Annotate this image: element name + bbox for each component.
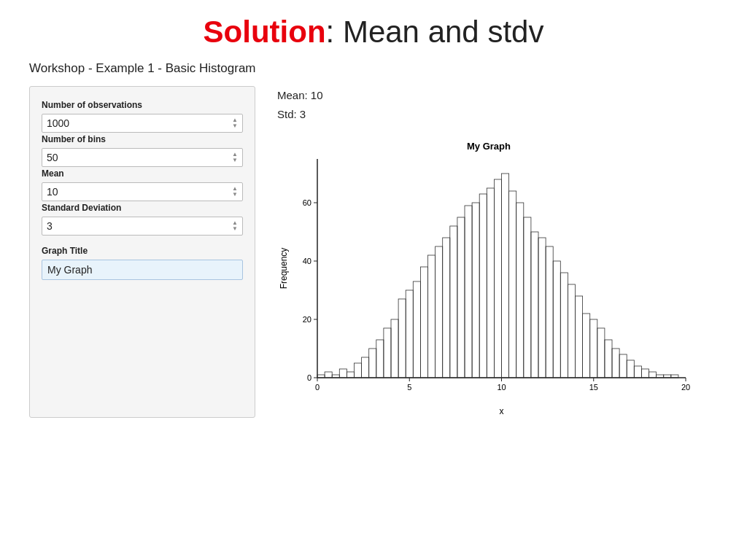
title-rest: : Mean and stdv	[326, 15, 544, 49]
chart-area: My Graph020406005101520xFrequency	[277, 133, 700, 418]
right-section: Mean: 10 Std: 3 My Graph020406005101520x…	[277, 86, 718, 418]
field-label-3: Standard Deviation	[42, 203, 243, 213]
svg-rect-44	[494, 179, 501, 378]
svg-rect-39	[457, 217, 465, 378]
svg-rect-53	[560, 273, 568, 378]
svg-text:0: 0	[315, 383, 320, 392]
svg-rect-37	[443, 238, 450, 378]
svg-text:20: 20	[681, 383, 690, 392]
svg-rect-27	[369, 349, 376, 378]
svg-rect-24	[347, 372, 354, 378]
svg-rect-55	[576, 296, 583, 378]
svg-text:60: 60	[303, 198, 311, 207]
spinner-down-0[interactable]: ▼	[232, 123, 238, 129]
spinner-1: ▲ ▼	[232, 152, 238, 163]
svg-rect-40	[465, 206, 472, 378]
svg-rect-51	[546, 246, 553, 378]
main-layout: Number of observations ▲ ▼ Number of bin…	[29, 86, 718, 418]
svg-rect-30	[391, 319, 398, 378]
svg-rect-47	[516, 203, 524, 378]
svg-rect-50	[538, 238, 546, 378]
title-solution: Solution	[204, 15, 326, 49]
svg-text:0: 0	[307, 373, 311, 382]
svg-rect-56	[583, 314, 590, 378]
svg-rect-63	[634, 366, 641, 378]
svg-rect-42	[479, 194, 487, 378]
svg-rect-49	[531, 232, 538, 378]
svg-text:5: 5	[407, 383, 411, 392]
field-group-2: Mean ▲ ▼	[42, 168, 243, 201]
svg-rect-65	[649, 372, 657, 378]
svg-rect-32	[406, 290, 413, 378]
control-panel: Number of observations ▲ ▼ Number of bin…	[29, 86, 255, 418]
svg-rect-46	[509, 191, 516, 378]
field-input-3[interactable]	[47, 220, 228, 232]
graph-title-label: Graph Title	[42, 246, 243, 256]
svg-rect-48	[524, 217, 531, 378]
svg-rect-38	[450, 226, 457, 378]
std-stat: Std: 3	[277, 105, 718, 124]
svg-text:40: 40	[303, 257, 311, 265]
field-input-2[interactable]	[47, 186, 228, 198]
field-input-1[interactable]	[47, 152, 228, 163]
svg-rect-52	[553, 261, 560, 378]
subtitle: Workshop - Example 1 - Basic Histogram	[29, 61, 718, 76]
spinner-3: ▲ ▼	[232, 220, 238, 232]
svg-rect-45	[502, 174, 509, 378]
svg-rect-41	[472, 203, 479, 378]
field-group-3: Standard Deviation ▲ ▼	[42, 203, 243, 236]
field-label-1: Number of bins	[42, 134, 243, 144]
svg-rect-64	[641, 369, 649, 378]
field-input-0[interactable]	[47, 117, 228, 129]
svg-rect-29	[384, 328, 391, 378]
svg-rect-59	[605, 340, 612, 378]
input-row-1: ▲ ▼	[42, 148, 243, 167]
spinner-down-1[interactable]: ▼	[232, 158, 238, 163]
svg-text:10: 10	[497, 383, 506, 392]
svg-rect-28	[376, 340, 384, 378]
graph-title-input[interactable]	[42, 260, 243, 280]
chart-title: My Graph	[467, 141, 511, 152]
svg-rect-54	[568, 284, 575, 378]
svg-rect-21	[325, 372, 332, 378]
input-row-3: ▲ ▼	[42, 217, 243, 236]
y-axis-label: Frequency	[279, 248, 289, 289]
svg-rect-34	[420, 267, 427, 378]
svg-rect-23	[339, 369, 347, 378]
field-group-1: Number of bins ▲ ▼	[42, 134, 243, 167]
svg-text:20: 20	[303, 315, 311, 324]
fields-container: Number of observations ▲ ▼ Number of bin…	[42, 100, 243, 236]
x-axis-label: x	[500, 406, 504, 416]
spinner-down-3[interactable]: ▼	[232, 226, 238, 232]
page: Solution: Mean and stdv Workshop - Examp…	[0, 0, 747, 432]
svg-rect-57	[590, 319, 597, 378]
svg-rect-26	[362, 357, 369, 378]
input-row-0: ▲ ▼	[42, 114, 243, 133]
svg-rect-43	[487, 188, 494, 378]
field-group-0: Number of observations ▲ ▼	[42, 100, 243, 133]
spinner-0: ▲ ▼	[232, 117, 238, 129]
spinner-2: ▲ ▼	[232, 186, 238, 198]
spinner-down-2[interactable]: ▼	[232, 192, 238, 198]
svg-rect-31	[398, 299, 406, 378]
stats: Mean: 10 Std: 3	[277, 86, 718, 123]
field-label-0: Number of observations	[42, 100, 243, 110]
svg-text:15: 15	[589, 383, 598, 392]
svg-rect-36	[436, 246, 443, 378]
svg-rect-62	[627, 360, 634, 378]
histogram-svg: My Graph020406005101520xFrequency	[277, 133, 700, 418]
mean-stat: Mean: 10	[277, 86, 718, 105]
svg-rect-35	[428, 255, 436, 378]
svg-rect-25	[355, 363, 362, 378]
input-row-2: ▲ ▼	[42, 182, 243, 201]
field-label-2: Mean	[42, 168, 243, 179]
page-title: Solution: Mean and stdv	[29, 15, 718, 50]
svg-rect-60	[612, 349, 619, 378]
svg-rect-61	[619, 354, 627, 378]
svg-rect-33	[413, 281, 420, 378]
svg-rect-58	[597, 328, 605, 378]
